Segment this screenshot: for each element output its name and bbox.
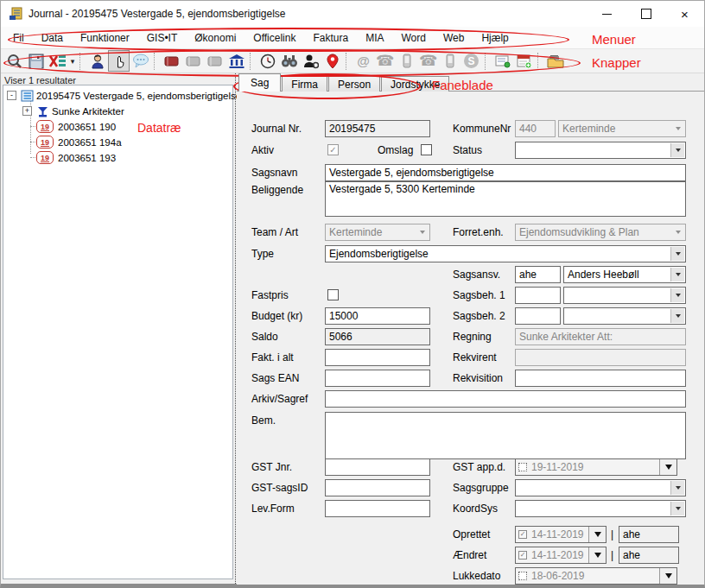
fakt-i-alt-field[interactable] xyxy=(325,349,430,366)
binoculars-icon[interactable] xyxy=(278,50,300,72)
chevron-down-icon[interactable] xyxy=(670,502,684,515)
rekvirent-field[interactable] xyxy=(515,349,686,366)
chevron-down-icon[interactable] xyxy=(671,122,684,136)
kommune-nr-code-field[interactable]: 440 xyxy=(515,120,556,137)
lev-form-field[interactable] xyxy=(325,500,430,517)
sags-ean-field[interactable] xyxy=(325,370,430,387)
sagsbeh1-combo[interactable] xyxy=(563,287,686,304)
sagsansv-code-field[interactable]: ahe xyxy=(515,266,561,283)
map-pin-icon[interactable] xyxy=(321,50,343,72)
journal-nr-field[interactable]: 20195475 xyxy=(325,120,430,137)
type-combo[interactable]: Ejendomsberigtigelse xyxy=(325,245,686,262)
person-search-icon[interactable] xyxy=(300,50,321,72)
tab-jordstykke[interactable]: Jordstykke xyxy=(381,76,449,92)
date-checkbox[interactable] xyxy=(518,572,527,580)
person-icon[interactable] xyxy=(86,50,108,72)
chevron-down-icon[interactable] xyxy=(670,247,684,261)
sagsnavn-field[interactable]: Vestergade 5, ejendomsberigtigelse xyxy=(325,164,686,181)
menu-hjaelp[interactable]: Hjælp xyxy=(473,32,517,44)
tab-firma[interactable]: Firma xyxy=(282,76,327,92)
aendret-datepicker[interactable]: ✓ 14-11-2019 xyxy=(515,547,607,564)
rekvisition-field[interactable] xyxy=(515,370,686,387)
gst-jnr-field[interactable] xyxy=(325,458,430,476)
clock-icon[interactable] xyxy=(257,50,278,72)
forret-enh-combo[interactable]: Ejendomsudvikling & Plan xyxy=(515,224,686,241)
arkiv-sagref-field[interactable] xyxy=(325,390,686,408)
tree-row-parcel-3[interactable]: 19 2003651 193 xyxy=(36,150,116,165)
phone-icon-2[interactable]: ☎ xyxy=(417,50,439,72)
status-combo[interactable] xyxy=(515,142,686,159)
search-icon[interactable] xyxy=(3,50,25,72)
lukkedato-datepicker[interactable]: 18-06-2019 xyxy=(515,567,677,585)
calendar-add-icon[interactable] xyxy=(513,50,535,72)
close-button[interactable]: × xyxy=(665,1,704,27)
omslag-checkbox[interactable] xyxy=(421,144,432,155)
sagsansv-combo[interactable]: Anders Heebøll xyxy=(563,266,686,283)
chevron-down-icon[interactable] xyxy=(671,225,684,239)
chevron-down-icon[interactable] xyxy=(416,225,429,239)
menu-mia[interactable]: MIA xyxy=(357,32,392,44)
comment-icon[interactable] xyxy=(130,50,151,72)
calendar-dropdown-icon[interactable] xyxy=(659,568,676,584)
date-checkbox[interactable]: ✓ xyxy=(518,551,527,560)
skype-icon[interactable]: S xyxy=(460,50,482,72)
gst-appd-datepicker[interactable]: 19-11-2019 xyxy=(515,458,677,476)
tree-row-firma[interactable]: + Sunke Arkitekter xyxy=(22,104,124,118)
sagsbeh1-code-field[interactable] xyxy=(515,287,561,304)
expand-expander[interactable]: + xyxy=(22,106,32,116)
kommune-nr-combo[interactable]: Kerteminde xyxy=(558,120,686,137)
koordsys-combo[interactable] xyxy=(515,500,686,517)
archive-folder-icon[interactable] xyxy=(544,50,566,72)
chevron-down-icon[interactable] xyxy=(670,481,684,495)
tree-row-parcel-2[interactable]: 19 2003651 194a xyxy=(36,135,122,149)
menu-funktioner[interactable]: Funktioner xyxy=(72,32,138,44)
date-checkbox[interactable]: ✓ xyxy=(518,530,527,539)
delete-from-list-icon[interactable] xyxy=(47,50,68,72)
sagsbeh2-combo[interactable] xyxy=(563,307,686,325)
menu-officelink[interactable]: Officelink xyxy=(245,32,304,44)
book-red-icon[interactable] xyxy=(161,50,182,72)
at-icon[interactable]: @ xyxy=(352,50,374,72)
minimize-button[interactable] xyxy=(588,1,626,27)
phone-icon[interactable]: ☎ xyxy=(374,50,396,72)
menu-data[interactable]: Data xyxy=(33,32,72,44)
menu-gis-it[interactable]: GIS•IT xyxy=(138,32,187,44)
chevron-down-icon[interactable] xyxy=(670,143,684,157)
bem-textarea[interactable] xyxy=(325,412,686,459)
sagsgruppe-combo[interactable] xyxy=(515,479,686,496)
book-gray-icon-2[interactable] xyxy=(204,50,225,72)
calendar-dropdown-icon[interactable] xyxy=(588,547,606,563)
tree-row-parcel-1[interactable]: 19 2003651 190 xyxy=(36,119,116,134)
tab-person[interactable]: Person xyxy=(328,76,380,92)
menu-faktura[interactable]: Faktura xyxy=(304,32,357,44)
oprettet-datepicker[interactable]: ✓ 14-11-2019 xyxy=(515,526,607,543)
book-gray-icon[interactable] xyxy=(182,50,204,72)
maximize-button[interactable] xyxy=(626,1,665,27)
menu-word[interactable]: Word xyxy=(392,32,434,44)
menu-fil[interactable]: Fil xyxy=(4,32,33,44)
menu-web[interactable]: Web xyxy=(435,32,473,44)
saldo-field[interactable]: 5066 xyxy=(325,328,430,345)
mobile-icon[interactable] xyxy=(396,50,417,72)
beliggende-textarea[interactable]: Vestergade 5, 5300 Kerteminde xyxy=(325,181,686,217)
chevron-down-icon[interactable] xyxy=(670,268,684,281)
chevron-down-icon[interactable] xyxy=(670,288,684,302)
sagsbeh2-code-field[interactable] xyxy=(515,307,561,325)
mobile-icon-2[interactable] xyxy=(439,50,460,72)
date-checkbox[interactable] xyxy=(518,463,527,471)
chevron-down-icon[interactable] xyxy=(670,309,684,323)
aendret-user-field[interactable]: ahe xyxy=(619,547,679,564)
aktiv-checkbox[interactable]: ✓ xyxy=(327,144,339,155)
bank-icon[interactable] xyxy=(225,50,247,72)
oprettet-user-field[interactable]: ahe xyxy=(619,526,679,543)
tree-row-journal[interactable]: - 20195475 Vestergade 5, ejendomsberigti… xyxy=(7,88,241,103)
save-icon[interactable] xyxy=(25,50,47,72)
fastpris-checkbox[interactable] xyxy=(327,289,339,300)
team-art-combo[interactable]: Kerteminde xyxy=(325,224,430,241)
regning-field[interactable]: Sunke Arkitekter Att: xyxy=(515,328,686,345)
note-export-icon[interactable] xyxy=(492,50,513,72)
calendar-dropdown-icon[interactable] xyxy=(659,459,676,475)
collapse-expander[interactable]: - xyxy=(7,91,16,100)
budget-field[interactable]: 15000 xyxy=(325,307,430,325)
hand-pointer-icon[interactable] xyxy=(108,50,130,72)
